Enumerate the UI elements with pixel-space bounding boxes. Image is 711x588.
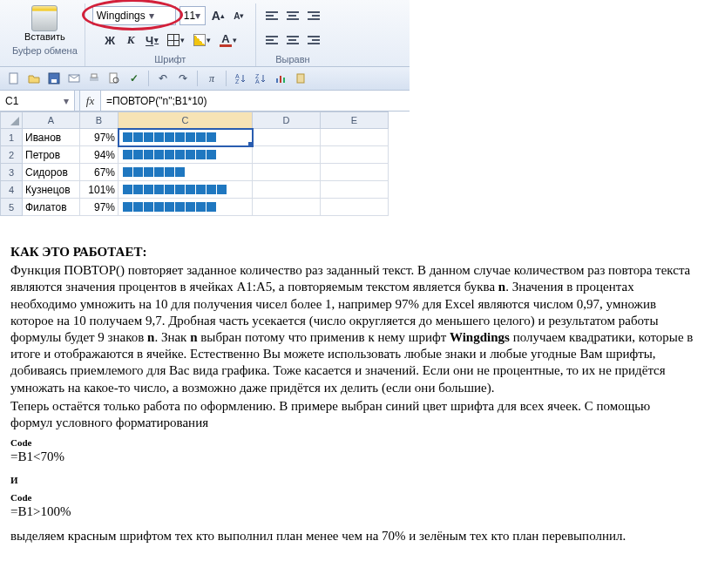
square-icon (165, 185, 174, 194)
row-header[interactable]: 1 (0, 129, 23, 146)
borders-button[interactable]: ▾ (165, 30, 187, 50)
font-name-value: Wingdings (97, 10, 146, 22)
font-size-combo[interactable]: 11 ▾ (179, 6, 206, 25)
cell-bar[interactable] (118, 164, 253, 181)
bold-button[interactable]: Ж (101, 30, 118, 50)
font-name-combo[interactable]: Wingdings ▾ (92, 6, 176, 25)
decrease-font-icon: A (234, 11, 240, 21)
align-center-button[interactable] (284, 30, 301, 50)
cell-name[interactable]: Петров (23, 146, 80, 164)
cell-name[interactable]: Сидоров (23, 164, 80, 181)
align-top-button[interactable] (263, 6, 281, 25)
qat-print-button[interactable] (85, 70, 103, 87)
square-icon (165, 150, 174, 159)
square-icon (123, 150, 132, 159)
svg-rect-2 (51, 79, 57, 83)
cell-empty[interactable] (321, 129, 389, 146)
chevron-down-icon: ▾ (64, 95, 69, 107)
cell-empty[interactable] (253, 146, 321, 164)
qat-sort-asc-button[interactable]: AZ (232, 70, 249, 87)
qat-spell-button[interactable]: ✓ (125, 70, 143, 87)
formula-bar: C1 ▾ fx =ПОВТОР("n";B1*10) (0, 91, 410, 112)
cell-bar[interactable] (118, 129, 253, 146)
align-bottom-button[interactable] (305, 6, 322, 25)
cell-empty[interactable] (253, 164, 321, 181)
cell-pct[interactable]: 101% (80, 181, 118, 199)
cell-empty[interactable] (321, 181, 389, 199)
cell-empty[interactable] (321, 164, 389, 181)
qat-undo-button[interactable]: ↶ (154, 70, 172, 87)
fx-button[interactable]: fx (80, 91, 101, 111)
italic-button[interactable]: К (122, 30, 139, 50)
square-icon (133, 150, 143, 159)
cell-pct[interactable]: 97% (80, 199, 118, 216)
square-icon (154, 132, 164, 142)
font-color-button[interactable]: А▾ (217, 30, 239, 50)
worksheet-grid[interactable]: 1 2 3 4 5 A B C D E Иванов97%Петров94%Си… (0, 112, 410, 216)
cell-pct[interactable]: 67% (80, 164, 118, 181)
increase-font-button[interactable]: A▴ (209, 6, 227, 25)
mail-icon (68, 72, 80, 84)
qat-email-button[interactable] (65, 70, 83, 87)
column-header[interactable]: E (321, 112, 389, 129)
formula-input[interactable]: =ПОВТОР("n";B1*10) (101, 91, 410, 111)
square-icon (154, 150, 164, 159)
decrease-font-button[interactable]: A▾ (231, 6, 248, 25)
underline-button[interactable]: Ч▾ (143, 30, 161, 50)
align-center-icon (287, 36, 299, 44)
row-header[interactable]: 4 (0, 181, 23, 199)
clipboard-icon (295, 72, 307, 84)
qat-open-button[interactable] (25, 70, 43, 87)
cell-bar[interactable] (118, 146, 253, 164)
cell-empty[interactable] (253, 181, 321, 199)
name-box[interactable]: C1 ▾ (0, 91, 75, 111)
column-header[interactable]: C (118, 112, 253, 129)
data-rows: Иванов97%Петров94%Сидоров67%Кузнецов101%… (23, 129, 410, 216)
row-header[interactable]: 3 (0, 164, 23, 181)
cell-name[interactable]: Кузнецов (23, 181, 80, 199)
qat-sort-desc-button[interactable]: ZA (252, 70, 269, 87)
qat-pi-button[interactable]: π (203, 70, 220, 87)
align-bottom-icon (308, 11, 320, 20)
square-icon (133, 132, 143, 142)
svg-rect-0 (10, 73, 17, 84)
column-headers: A B C D E (23, 112, 410, 129)
cell-name[interactable]: Иванов (23, 129, 80, 146)
qat-new-button[interactable] (5, 70, 23, 87)
qat-save-button[interactable] (45, 70, 63, 87)
cell-name[interactable]: Филатов (23, 199, 80, 216)
svg-rect-15 (297, 74, 304, 83)
column-header[interactable]: B (80, 112, 118, 129)
cell-pct[interactable]: 94% (80, 146, 118, 164)
select-all-corner[interactable] (0, 112, 23, 129)
cell-bar[interactable] (118, 181, 253, 199)
row-header[interactable]: 5 (0, 199, 23, 216)
row-header[interactable]: 2 (0, 146, 23, 164)
qat-redo-button[interactable]: ↷ (174, 70, 192, 87)
align-left-button[interactable] (263, 30, 281, 50)
cell-empty[interactable] (253, 129, 321, 146)
cell-pct[interactable]: 97% (80, 129, 118, 146)
article-heading: КАК ЭТО РАБОТАЕТ: (10, 244, 695, 260)
fill-color-button[interactable]: ▾ (191, 30, 213, 50)
chevron-down-icon: ▾ (146, 10, 158, 22)
formula-text: =ПОВТОР("n";B1*10) (106, 95, 207, 107)
qat-paste-button[interactable] (292, 70, 309, 87)
code-line-2: =B1>100% (10, 504, 695, 520)
paste-button[interactable]: Вставить (21, 3, 69, 44)
column-header[interactable]: A (23, 112, 80, 129)
square-icon (123, 202, 132, 212)
qat-preview-button[interactable] (105, 70, 123, 87)
and-label: И (10, 474, 695, 486)
column-header[interactable]: D (253, 112, 321, 129)
align-middle-button[interactable] (284, 6, 301, 25)
cell-bar[interactable] (118, 199, 253, 216)
align-right-button[interactable] (305, 30, 322, 50)
svg-text:Z: Z (235, 78, 240, 84)
cell-empty[interactable] (253, 199, 321, 216)
increase-font-icon: A (212, 9, 220, 23)
cell-empty[interactable] (321, 199, 389, 216)
qat-chart-button[interactable] (272, 70, 289, 87)
cell-empty[interactable] (321, 146, 389, 164)
article-final: выделяем красным шрифтом тех кто выполни… (10, 528, 695, 544)
